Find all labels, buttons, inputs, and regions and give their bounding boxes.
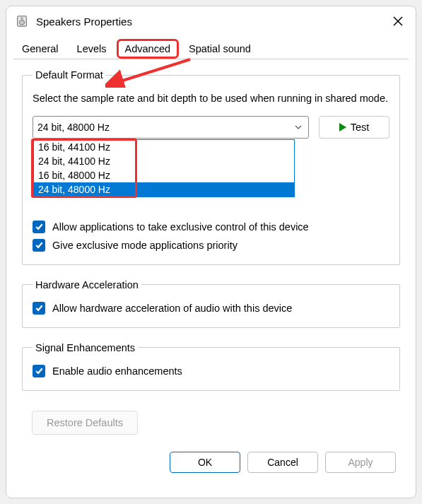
exclusive-control-row: Allow applications to take exclusive con… (33, 221, 389, 233)
dialog-footer: OK Cancel Apply (6, 446, 416, 486)
svg-point-1 (19, 20, 24, 25)
tab-levels[interactable]: Levels (69, 39, 115, 59)
cancel-button[interactable]: Cancel (247, 452, 318, 473)
speaker-icon (15, 14, 29, 28)
play-icon (339, 123, 346, 131)
default-format-legend: Default Format (33, 69, 106, 81)
option-16-48000[interactable]: 16 bit, 48000 Hz (34, 168, 294, 182)
default-format-group: Default Format Select the sample rate an… (22, 69, 400, 265)
dropdown-options: 16 bit, 44100 Hz 24 bit, 44100 Hz 16 bit… (33, 139, 295, 197)
hardware-accel-group: Hardware Acceleration Allow hardware acc… (22, 279, 400, 328)
sample-rate-dropdown[interactable]: 24 bit, 48000 Hz 16 bit, 44100 Hz 24 bit… (33, 116, 309, 139)
close-icon (392, 16, 404, 27)
hardware-accel-checkbox[interactable] (33, 302, 45, 315)
close-button[interactable] (389, 12, 407, 30)
hardware-accel-row: Allow hardware acceleration of audio wit… (33, 302, 389, 315)
signal-enh-row: Enable audio enhancements (33, 365, 389, 377)
default-format-desc: Select the sample rate and bit depth to … (33, 92, 389, 106)
signal-enh-group: Signal Enhancements Enable audio enhance… (22, 342, 400, 391)
option-16-44100[interactable]: 16 bit, 44100 Hz (34, 140, 294, 154)
signal-enh-label: Enable audio enhancements (52, 365, 182, 377)
exclusive-priority-row: Give exclusive mode applications priorit… (33, 239, 389, 252)
tab-advanced[interactable]: Advanced (117, 39, 180, 59)
tabstrip: General Levels Advanced Spatial sound (6, 36, 416, 59)
test-button[interactable]: Test (319, 116, 389, 139)
exclusive-priority-label: Give exclusive mode applications priorit… (52, 240, 238, 251)
exclusive-control-checkbox[interactable] (33, 221, 45, 233)
signal-enh-checkbox[interactable] (33, 365, 45, 377)
hardware-accel-legend: Hardware Acceleration (33, 279, 141, 291)
chevron-down-icon (294, 123, 303, 131)
window-title: Speakers Properties (36, 16, 389, 28)
titlebar: Speakers Properties (6, 6, 416, 36)
exclusive-priority-checkbox[interactable] (33, 239, 45, 252)
restore-defaults-button[interactable]: Restore Defaults (32, 411, 138, 435)
ok-button[interactable]: OK (170, 452, 240, 473)
dropdown-selected: 24 bit, 48000 Hz (37, 122, 110, 133)
option-24-48000[interactable]: 24 bit, 48000 Hz (34, 182, 294, 197)
svg-point-2 (21, 18, 23, 19)
tab-spatial[interactable]: Spatial sound (180, 39, 259, 59)
tab-general[interactable]: General (13, 39, 67, 59)
properties-window: Speakers Properties General Levels Advan… (6, 6, 416, 498)
hardware-accel-label: Allow hardware acceleration of audio wit… (52, 303, 292, 314)
option-24-44100[interactable]: 24 bit, 44100 Hz (34, 154, 294, 168)
exclusive-control-label: Allow applications to take exclusive con… (52, 221, 309, 233)
signal-enh-legend: Signal Enhancements (33, 342, 138, 353)
test-label: Test (351, 122, 370, 133)
apply-button[interactable]: Apply (325, 452, 396, 473)
